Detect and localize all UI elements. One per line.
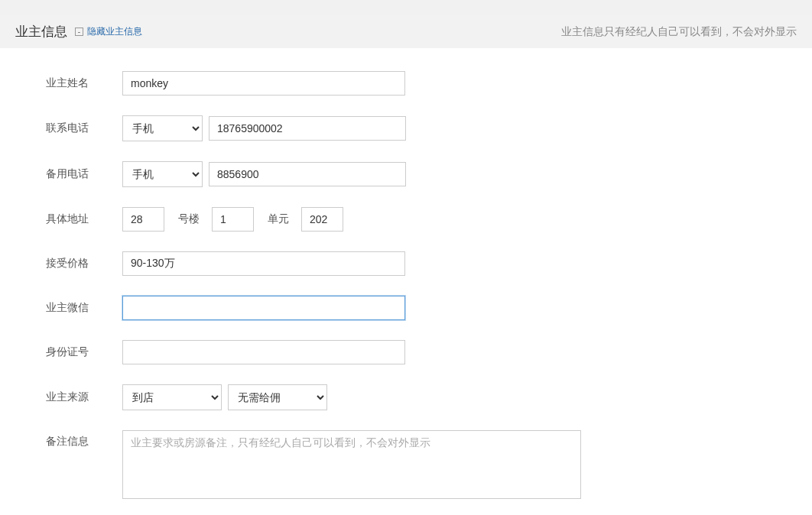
unit-input[interactable] bbox=[212, 207, 254, 232]
room-input[interactable] bbox=[301, 207, 343, 232]
remark-textarea[interactable] bbox=[122, 430, 581, 499]
wechat-label: 业主微信 bbox=[46, 301, 122, 315]
source-channel-select[interactable]: 到店 bbox=[122, 384, 222, 410]
price-input[interactable] bbox=[122, 251, 405, 276]
owner-name-label: 业主姓名 bbox=[46, 76, 122, 90]
section-header: 业主信息 - 隐藏业主信息 业主信息只有经纪人自己可以看到，不会对外显示 bbox=[0, 15, 812, 48]
phone1-type-select[interactable]: 手机 bbox=[122, 115, 203, 141]
price-label: 接受价格 bbox=[46, 257, 122, 270]
wechat-input[interactable] bbox=[122, 296, 405, 320]
phone2-type-select[interactable]: 手机 bbox=[122, 161, 203, 187]
source-label: 业主来源 bbox=[46, 390, 122, 404]
toggle-hide-link[interactable]: 隐藏业主信息 bbox=[87, 25, 142, 38]
idcard-input[interactable] bbox=[122, 340, 405, 364]
section-title: 业主信息 bbox=[15, 23, 67, 40]
address-label: 具体地址 bbox=[46, 212, 122, 226]
source-commission-select[interactable]: 无需给佣 bbox=[228, 384, 327, 410]
building-suffix: 号楼 bbox=[178, 212, 200, 226]
header-privacy-note: 业主信息只有经纪人自己可以看到，不会对外显示 bbox=[561, 25, 797, 39]
unit-suffix: 单元 bbox=[268, 212, 289, 226]
owner-name-input[interactable] bbox=[122, 71, 405, 96]
owner-info-form: 业主姓名 联系电话 手机 备用电话 手机 具体地 bbox=[0, 48, 812, 515]
phone2-label: 备用电话 bbox=[46, 167, 122, 181]
phone2-input[interactable] bbox=[209, 162, 406, 186]
building-input[interactable] bbox=[122, 207, 164, 232]
collapse-icon[interactable]: - bbox=[75, 28, 83, 36]
phone1-label: 联系电话 bbox=[46, 121, 122, 135]
phone1-input[interactable] bbox=[209, 116, 406, 141]
idcard-label: 身份证号 bbox=[46, 345, 122, 359]
remark-label: 备注信息 bbox=[46, 430, 122, 449]
